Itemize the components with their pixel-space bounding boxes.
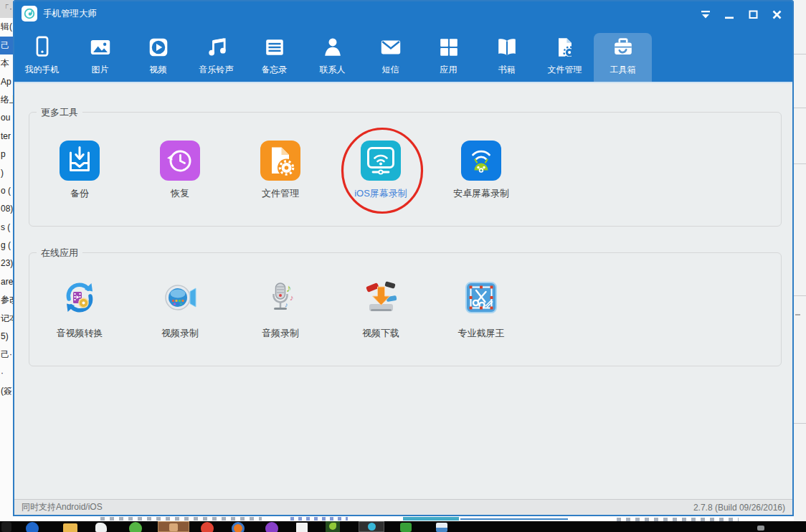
taskbar-blue-circle-app-icon[interactable]	[26, 522, 39, 532]
tab-contacts[interactable]: 联系人	[303, 27, 361, 82]
file-manager-icon	[260, 141, 300, 181]
backup-icon	[60, 141, 100, 181]
av-converter-icon	[60, 277, 100, 320]
toolbox-icon	[611, 35, 635, 60]
taskbar-dark-teal-app-button[interactable]	[359, 521, 384, 532]
tool-backup[interactable]: 备份	[29, 141, 130, 200]
window-controls	[697, 7, 785, 22]
app-window: 手机管理大师 我的手机	[13, 0, 794, 516]
video-recorder-icon	[160, 277, 200, 320]
tool-label: 视频下载	[362, 327, 399, 340]
tab-label: 工具箱	[610, 64, 636, 76]
tab-notes[interactable]: 备忘录	[245, 27, 303, 82]
tab-apps[interactable]: 应用	[419, 27, 478, 82]
bg-text-fragment: g (	[0, 237, 13, 255]
tab-label: 图片	[92, 64, 109, 76]
bg-text-fragment: ·	[0, 364, 13, 382]
bg-text-fragment: p	[0, 146, 13, 163]
taskbar-active-app-button[interactable]	[158, 521, 189, 532]
taskbar-purple-circle-app-icon[interactable]	[265, 522, 278, 532]
tool-restore[interactable]: 恢复	[130, 141, 230, 200]
bg-text-fragment: 辑(	[0, 18, 13, 36]
phone-icon	[30, 35, 54, 60]
taskbar-tray-icon[interactable]	[757, 526, 764, 531]
apps-grid-icon	[437, 35, 461, 60]
close-button[interactable]	[768, 7, 785, 22]
tab-toolbox[interactable]: 工具箱	[594, 33, 652, 82]
maximize-icon	[749, 10, 758, 19]
online-video-recorder[interactable]: 视频录制	[130, 277, 230, 340]
bg-text-fragment: 己·目	[0, 346, 13, 364]
tool-label: 备份	[70, 187, 89, 200]
bg-text-fragment: s (	[0, 219, 13, 237]
bg-text-fragment: 记本	[0, 310, 13, 328]
tool-android-screen-record[interactable]: 安卓屏幕录制	[431, 141, 531, 200]
tab-label: 备忘录	[262, 64, 288, 76]
tab-label: 书籍	[498, 64, 516, 76]
app-logo-icon	[22, 6, 37, 22]
background-peek-text	[290, 517, 348, 521]
taskbar-green-square-app-icon[interactable]	[400, 523, 412, 532]
group-online-apps: 在线应用 音视频转换 视频录制 ♪♪♪	[29, 252, 782, 366]
bg-text-fragment: 参改	[0, 291, 13, 309]
group-legend: 更多工具	[37, 106, 82, 119]
tab-music-ringtones[interactable]: 音乐铃声	[187, 27, 245, 82]
taskbar-white-app-icon[interactable]	[95, 523, 107, 532]
bg-text-fragment: 5)	[0, 328, 13, 346]
taskbar-start-fragment-icon[interactable]	[1, 522, 11, 532]
pictures-icon	[88, 35, 113, 60]
menu-button[interactable]	[697, 7, 714, 22]
notes-list-icon	[262, 35, 287, 60]
statusbar-left-text: 同时支持Android/iOS	[22, 501, 103, 513]
statusbar-version-text: 2.7.8 (Build 09/26/2016)	[693, 503, 785, 513]
bg-text-fragment: (簽	[0, 382, 13, 400]
online-av-converter[interactable]: 音视频转换	[29, 277, 130, 340]
bg-text-fragment-highlighted: 己	[0, 37, 13, 54]
online-screenshot-pro[interactable]: 专业截屏王	[431, 277, 531, 340]
group-legend: 在线应用	[37, 247, 82, 260]
tab-my-phone[interactable]: 我的手机	[13, 27, 71, 82]
online-audio-recorder[interactable]: ♪♪♪ 音频录制	[230, 277, 331, 340]
tool-ios-screen-record[interactable]: iOS屏幕录制	[331, 141, 431, 200]
bg-text-fragment: are	[0, 273, 13, 291]
bg-text-fragment: 络上	[0, 91, 13, 109]
minimize-icon	[725, 10, 734, 19]
group-more-tools: 更多工具 备份 恢复 文件	[29, 112, 782, 227]
minimize-button[interactable]	[721, 7, 738, 22]
taskbar-folder-icon[interactable]	[63, 523, 77, 532]
bg-text-fragment: ou	[0, 109, 13, 127]
tool-label: 专业截屏王	[458, 327, 505, 340]
tab-messages[interactable]: 短信	[361, 27, 419, 82]
video-play-icon	[146, 35, 171, 60]
tab-pictures[interactable]: 图片	[71, 27, 129, 82]
tab-label: 我的手机	[25, 64, 60, 76]
maximize-button[interactable]	[744, 7, 762, 22]
tool-file-manager[interactable]: 文件管理	[230, 141, 331, 200]
android-screen-record-icon	[461, 141, 501, 181]
background-window-left-sliver: 「· 辑( 己 本 Ap 络上 ou ter p ) o ( 08) s ( g…	[0, 0, 13, 532]
taskbar-blue-square-app-icon[interactable]	[436, 523, 447, 532]
bg-text-fragment: 23)	[0, 255, 13, 272]
video-downloader-icon	[361, 277, 401, 320]
tool-label: 视频录制	[161, 327, 199, 340]
taskbar-red-circle-app-icon[interactable]	[201, 522, 214, 532]
taskbar-browser-icon[interactable]	[232, 522, 245, 532]
menu-icon	[701, 10, 711, 19]
music-note-icon	[204, 35, 229, 60]
tab-file-manager[interactable]: 文件管理	[536, 27, 594, 82]
taskbar-leaf-app-icon[interactable]	[326, 521, 340, 532]
taskbar-green-circle-app-icon[interactable]	[129, 522, 142, 532]
tab-books[interactable]: 书籍	[478, 27, 536, 82]
tool-label: 音频录制	[262, 327, 299, 340]
taskbar-notepad-icon[interactable]	[296, 523, 308, 532]
bg-text-fragment: 08)	[0, 200, 13, 218]
tab-videos[interactable]: 视频	[129, 27, 187, 82]
tab-label: 视频	[150, 64, 167, 76]
open-book-icon	[495, 35, 519, 60]
contact-person-icon	[321, 35, 345, 60]
tool-label: 安卓屏幕录制	[453, 187, 509, 200]
online-video-downloader[interactable]: 视频下载	[331, 277, 431, 340]
tab-label: 文件管理	[548, 64, 582, 76]
tab-label: 联系人	[320, 64, 346, 76]
envelope-icon	[379, 35, 403, 60]
